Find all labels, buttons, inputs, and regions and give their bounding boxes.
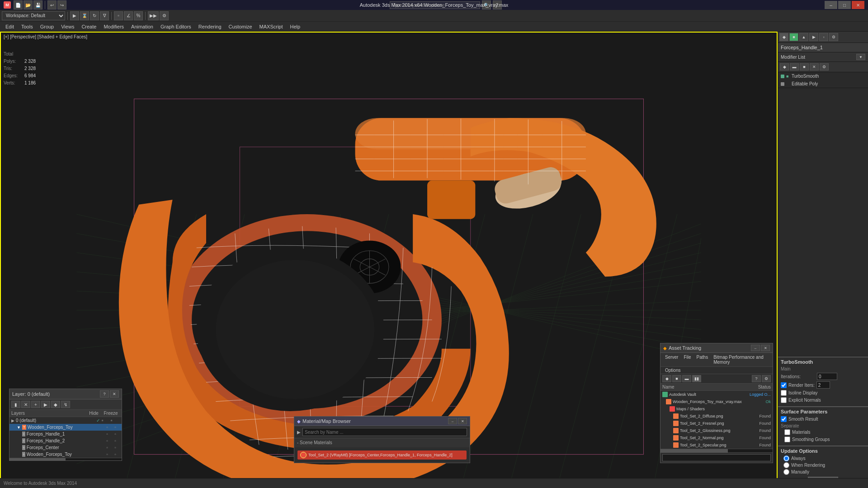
scale-btn[interactable]: ∇	[100, 11, 109, 20]
menu-graph-editors[interactable]: Graph Editors	[157, 22, 195, 32]
angle-snap-btn[interactable]: ∠	[124, 11, 133, 20]
layers-delete-btn[interactable]: ✕	[21, 401, 30, 408]
utilities-icon[interactable]: ⚙	[829, 33, 838, 41]
asset-minimize-btn[interactable]: –	[751, 345, 760, 351]
layers-panel: Layer: 0 (default) ? ✕ ▮ ✕ + ▶ ◆ ↯ Layer…	[9, 389, 122, 461]
modifier-list-dropdown[interactable]: ▼	[856, 54, 865, 60]
asset-row-specular[interactable]: Tool_Set_2_Specular.png Found	[660, 441, 773, 449]
create-icon[interactable]: ◆	[779, 33, 788, 41]
isoline-check[interactable]	[781, 390, 787, 396]
when-rendering-radio[interactable]	[783, 462, 789, 468]
motion-icon[interactable]: ▶	[809, 33, 818, 41]
layers-add-btn[interactable]: +	[31, 401, 40, 408]
glossiness-icon	[673, 428, 679, 433]
config-btn[interactable]: ⚙	[820, 63, 829, 70]
layers-scrollbar[interactable]	[9, 458, 122, 460]
asset-row-glossiness[interactable]: Tool_Set_2_Glossiness.png Found	[660, 427, 773, 434]
layers-select-btn[interactable]: ▶	[41, 401, 50, 408]
asset-row-normal[interactable]: Tool_Set_2_Normal.png Found	[660, 434, 773, 441]
render-iters-input[interactable]	[816, 381, 830, 389]
asset-tb-4[interactable]: ▮▮	[692, 375, 701, 382]
smooth-result-check[interactable]	[781, 416, 787, 422]
layer-item-wooden-forceps-toy[interactable]: ▼ T Wooden_Forceps_Toy ▫ ▫	[9, 424, 122, 431]
menu-rendering[interactable]: Rendering	[195, 22, 225, 32]
asset-path-input[interactable]	[662, 454, 771, 461]
layer-item-forceps-handle-1[interactable]: ▫ Forceps_Handle_1 ▫ ▫	[9, 431, 122, 437]
make-unique-btn[interactable]: ■	[800, 63, 809, 70]
display-icon[interactable]: ▫	[819, 33, 828, 41]
minimize-button[interactable]: –	[825, 1, 837, 9]
percent-snap-btn[interactable]: %	[134, 11, 143, 20]
mat-close-btn[interactable]: ✕	[458, 418, 467, 424]
layers-collapse-btn[interactable]: ↯	[61, 401, 70, 408]
always-radio[interactable]	[783, 455, 789, 461]
manually-radio[interactable]	[783, 469, 789, 475]
move-btn[interactable]: ⌛	[80, 11, 89, 20]
layers-highlight-btn[interactable]: ◆	[51, 401, 60, 408]
iterations-input[interactable]	[817, 373, 837, 380]
render-btn[interactable]: ▶▶	[148, 11, 159, 20]
layers-close-btn[interactable]: ✕	[110, 390, 119, 398]
menu-maxscript[interactable]: MAXScript	[256, 22, 287, 32]
tb-new[interactable]: 📄	[14, 0, 23, 9]
tb-undo[interactable]: ↩	[47, 0, 57, 9]
layer-item-forceps-handle-2[interactable]: ▫ Forceps_Handle_2 ▫ ▫	[9, 437, 122, 444]
menu-edit[interactable]: Edit	[2, 22, 18, 32]
modify-icon[interactable]: ■	[789, 33, 798, 41]
rotate-btn[interactable]: ↻	[90, 11, 99, 20]
menu-views[interactable]: Views	[57, 22, 78, 32]
menu-create[interactable]: Create	[78, 22, 100, 32]
layer-item-default[interactable]: ▶ 0 (default) ✓ ▫ ▫	[9, 417, 122, 424]
show-results-btn[interactable]: ▬	[790, 63, 799, 70]
mat-search-input[interactable]	[302, 428, 467, 436]
modifier-editable-poly[interactable]: Editable Poly	[778, 80, 868, 88]
smoothing-groups-check[interactable]	[784, 436, 790, 442]
pin-stack-btn[interactable]: ◆	[780, 63, 789, 70]
menu-tools[interactable]: Tools	[18, 22, 37, 32]
asset-row-diffuse[interactable]: Tool_Set_2_Diffuse.png Found	[660, 413, 773, 420]
mat-minimize-btn[interactable]: –	[448, 418, 457, 424]
asset-row-maps[interactable]: Maps / Shaders	[660, 405, 773, 413]
layers-new-btn[interactable]: ▮	[11, 401, 20, 408]
asset-tb-2[interactable]: ■	[672, 375, 681, 382]
menu-modifiers[interactable]: Modifiers	[100, 22, 127, 32]
menu-animation[interactable]: Animation	[127, 22, 157, 32]
layer-item-wooden-forceps-toy-2[interactable]: ▫ Wooden_Forceps_Toy ▫ ▫	[9, 451, 122, 458]
layer-item-forceps-center[interactable]: ▫ Forceps_Center ▫ ▫	[9, 444, 122, 451]
asset-tb-3[interactable]: ▬	[682, 375, 691, 382]
menu-help[interactable]: Help	[287, 22, 304, 32]
menu-group[interactable]: Group	[37, 22, 58, 32]
asset-menu-server[interactable]: Server	[662, 354, 681, 366]
asset-menu-paths[interactable]: Paths	[694, 354, 711, 366]
remove-modifier-btn[interactable]: ✕	[810, 63, 819, 70]
materials-check[interactable]	[784, 429, 790, 435]
snap-btn[interactable]: ▫	[114, 11, 123, 20]
tb-open[interactable]: 📂	[24, 0, 33, 9]
select-btn[interactable]: ▶	[70, 11, 79, 20]
render-iters-check[interactable]	[781, 382, 787, 388]
modifier-turbosmooth[interactable]: ■ TurboSmooth	[778, 72, 868, 80]
close-button[interactable]: ✕	[852, 1, 864, 9]
maximize-button[interactable]: □	[838, 1, 851, 9]
asset-menu-bitmap[interactable]: Bitmap Performance and Memory	[711, 354, 771, 366]
asset-help-btn[interactable]: ?	[752, 375, 761, 382]
layers-help-btn[interactable]: ?	[100, 390, 109, 398]
workspace-dropdown[interactable]: Workspace: Default	[2, 11, 65, 20]
asset-tracking-panel: ◆ Asset Tracking – ✕ Server File Paths B…	[660, 343, 773, 463]
asset-row-main-file[interactable]: Wooden_Forceps_Toy_max_vray.max Ok	[660, 398, 773, 405]
tb-redo[interactable]: ↪	[57, 0, 66, 9]
asset-settings-btn[interactable]: ⚙	[762, 375, 771, 382]
asset-row-vault[interactable]: Autodesk Vault Logged O...	[660, 391, 773, 398]
tb-save[interactable]: 💾	[33, 0, 42, 9]
hierarchy-icon[interactable]: ▲	[799, 33, 808, 41]
asset-menu-options[interactable]: Options	[662, 367, 683, 374]
asset-menu-file[interactable]: File	[681, 354, 693, 366]
asset-close-btn[interactable]: ✕	[761, 345, 770, 351]
asset-row-fresnel[interactable]: Tool_Set_2_Fresnel.png Found	[660, 420, 773, 427]
render-setup-btn[interactable]: ⚙	[160, 11, 169, 20]
material-item-tool-set-2[interactable]: Tool_Set_2 (VRayMtl) [Forceps_Center,For…	[297, 450, 467, 460]
asset-tb-1[interactable]: ◆	[662, 375, 671, 382]
explicit-normals-check[interactable]	[781, 397, 787, 403]
menu-customize[interactable]: Customize	[225, 22, 256, 32]
asset-scrollbar[interactable]	[660, 449, 773, 452]
